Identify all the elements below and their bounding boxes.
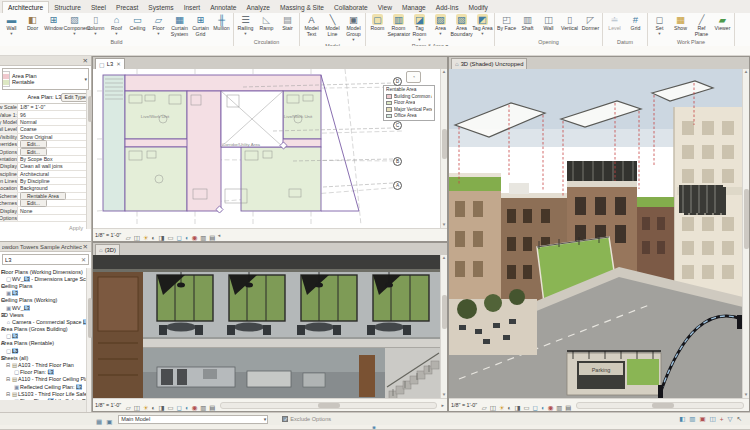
shadows-icon[interactable]: ◐	[152, 404, 156, 411]
tool-ceiling[interactable]: ▭Ceiling	[127, 13, 148, 32]
property-value[interactable]: Clean all wall joins	[18, 163, 91, 169]
design-options-icon[interactable]: ◧	[679, 415, 685, 423]
tab-modify[interactable]: Modify	[463, 2, 492, 13]
tree-item-l3[interactable]: ▢L3	[0, 333, 91, 340]
tool-stair[interactable]: ▤Stair	[277, 13, 298, 32]
tab-analyze[interactable]: Analyze	[242, 2, 275, 13]
worksharing-display-icon[interactable]: ▥	[200, 234, 206, 241]
tool-curtain-grid[interactable]: ⊞Curtain Grid	[190, 13, 211, 38]
color-fill-legend[interactable]: Rentable Area Building Common AreaFloor …	[383, 85, 435, 121]
active-workset-icon[interactable]: ▦	[96, 418, 102, 425]
tool-ramp[interactable]: ◺Ramp	[256, 13, 277, 32]
constraints-status-icon[interactable]: +	[720, 416, 724, 423]
requests-icon[interactable]: ▣	[106, 418, 112, 425]
show-crop-icon[interactable]: ◻	[532, 404, 537, 411]
tree-item-ceiling-plans-working-[interactable]: ⊟Ceiling Plans (Working)	[0, 297, 91, 304]
interior-horizontal-scrollbar[interactable]	[220, 402, 438, 409]
rendering-icon[interactable]: ◨	[158, 404, 164, 411]
tree-item-3d-views[interactable]: ⊟3D Views	[0, 311, 91, 318]
tool-column[interactable]: ▯Column▾	[85, 13, 106, 36]
tool-door[interactable]: ◧Door	[22, 13, 43, 32]
tree-item-sheets-all-[interactable]: ⊟Sheets (all)	[0, 354, 91, 361]
browser-scrollbar[interactable]	[86, 268, 91, 400]
sun-path-icon[interactable]: ☀	[143, 234, 149, 241]
tree-item-camera-commercial-space-l3[interactable]: ⌂Camera - Commercial Space L3	[0, 318, 91, 325]
show-crop-icon[interactable]: ◻	[176, 404, 181, 411]
view-properties-icon[interactable]: ▤	[565, 404, 571, 411]
tool-area[interactable]: ▨Area▾	[430, 13, 451, 36]
tool-ref-plane[interactable]: ╱Ref Plane	[691, 13, 712, 38]
visual-style-icon[interactable]: ◫	[134, 404, 140, 411]
close-icon[interactable]: ✕	[82, 57, 89, 65]
clear-search-icon[interactable]: ✕	[79, 256, 88, 263]
property-value[interactable]: Show Original	[18, 134, 91, 140]
links-status-icon[interactable]: ◫	[710, 415, 716, 423]
property-value[interactable]: Background	[18, 185, 91, 191]
tool-level[interactable]: ≐Level	[604, 13, 625, 32]
property-value[interactable]: Architectural	[18, 171, 91, 177]
shadows-icon[interactable]: ◐	[508, 404, 512, 411]
crop-view-icon[interactable]: ▭	[523, 404, 529, 411]
interior-canvas[interactable]: ▲ ▼	[93, 255, 447, 398]
property-edit-button[interactable]: Edit...	[20, 199, 47, 207]
tree-item-area-plans-gross-building-[interactable]: ⊟Area Plans (Gross Building)	[0, 326, 91, 333]
tool-viewer[interactable]: ▰Viewer	[712, 13, 733, 32]
view-properties-icon[interactable]: ▤	[209, 234, 215, 241]
tree-item-ls103-third-floor-life-safety-plan[interactable]: ⊟▤LS103 - Third Floor Life Safety Plan	[0, 390, 91, 397]
tool-model-text[interactable]: AModel Text	[301, 13, 322, 38]
tree-item-floor-plans-working-dimensions-[interactable]: ⊟Floor Plans (Working Dimensions)	[0, 268, 91, 275]
property-edit-button[interactable]: Edit...	[20, 148, 47, 156]
tree-item-floor-plan-l3[interactable]: ▢Floor Plan: L3	[0, 369, 91, 376]
tree-item-l3[interactable]: ▢L3	[0, 347, 91, 354]
property-value[interactable]: By Scope Box	[18, 156, 91, 162]
chevron-left-icon[interactable]: ◂	[218, 232, 221, 238]
exterior-canvas[interactable]: Parking ▲ ▼	[449, 69, 749, 398]
tab-add-ins[interactable]: Add-Ins	[431, 2, 464, 13]
tab-architecture[interactable]: Architecture	[2, 1, 49, 13]
tool-tag-area[interactable]: ◩Tag Area▾	[472, 13, 493, 36]
tool-model-line[interactable]: ╲Model Line	[322, 13, 343, 38]
temporary-hide-icon[interactable]: ◖	[541, 404, 545, 411]
type-selector[interactable]: Area PlanRentable ▾	[2, 68, 89, 90]
property-value[interactable]: Coarse	[18, 126, 91, 132]
tool-window[interactable]: ⊞Window	[43, 13, 64, 32]
tool-mullion[interactable]: ╫Mullion	[211, 13, 232, 32]
properties-scrollbar[interactable]	[86, 90, 91, 229]
exterior-vertical-scrollbar[interactable]: ▲ ▼	[742, 69, 749, 398]
exclude-options-checkbox[interactable]: Exclude Options	[282, 416, 331, 422]
tab-massing-site[interactable]: Massing & Site	[275, 2, 329, 13]
tab-3d-shaded-uncropped[interactable]: ⌂ 3D (Shaded) Uncropped	[451, 58, 527, 69]
tree-item-wv-l3-dimensions-large-scale[interactable]: ▢WV_L3 - Dimensions Large Scale	[0, 275, 91, 282]
filter-icon[interactable]: ▽	[728, 415, 733, 423]
tree-item-floor-plan-l3-life-safety-plan[interactable]: ▢Floor Plan: L3 Life Safety Plan	[0, 397, 91, 400]
view-properties-icon[interactable]: ▤	[209, 404, 215, 411]
plan-vertical-scrollbar[interactable]: ▲ ▼	[440, 69, 447, 228]
edit-type-button[interactable]: Edit Type	[61, 93, 89, 102]
chevron-down-icon[interactable]: ▾	[84, 76, 88, 82]
worksets-status-icon[interactable]: ▥	[689, 415, 695, 423]
tree-item-a103-third-floor-plan[interactable]: ⊟▤A103 - Third Floor Plan	[0, 361, 91, 368]
chevron-right-icon[interactable]: ▸	[441, 402, 444, 408]
shadows-icon[interactable]: ◐	[152, 234, 156, 241]
sun-path-icon[interactable]: ☀	[499, 404, 505, 411]
tree-item-area-plans-rentable-[interactable]: ⊟Area Plans (Rentable)	[0, 340, 91, 347]
tab-view[interactable]: View	[373, 2, 397, 13]
temporary-hide-icon[interactable]: ◖	[185, 234, 189, 241]
tool-area-boundary[interactable]: ▧Area Boundary	[451, 13, 472, 38]
property-value[interactable]: Normal	[18, 119, 91, 125]
apply-button[interactable]: Apply	[69, 225, 83, 231]
property-value[interactable]: Edit...	[18, 148, 91, 156]
tool-floor[interactable]: ▱Floor▾	[148, 13, 169, 36]
close-icon[interactable]: ✕	[82, 243, 89, 251]
property-value[interactable]: None	[18, 208, 91, 214]
plan-canvas[interactable]: Rentable Area Building Common AreaFloor …	[93, 69, 447, 228]
tool-model-group[interactable]: ▣Model Group▾	[343, 13, 364, 42]
rendering-icon[interactable]: ◨	[514, 404, 520, 411]
property-value[interactable]: Edit...	[18, 199, 91, 207]
interior-vertical-scrollbar[interactable]: ▲ ▼	[440, 255, 447, 398]
tool-room-separator[interactable]: ▥Room Separator	[388, 13, 409, 38]
tab-structure[interactable]: Structure	[49, 2, 86, 13]
tool-railing[interactable]: ☰Railing▾	[235, 13, 256, 36]
tool-by-face[interactable]: ◰By Face	[496, 13, 517, 32]
crop-view-icon[interactable]: ▭	[167, 234, 173, 241]
